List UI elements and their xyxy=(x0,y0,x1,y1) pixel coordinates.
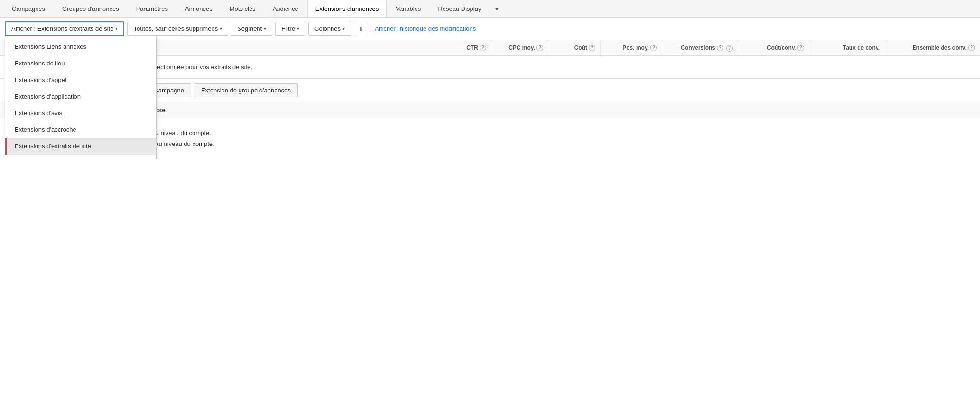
dropdown-item-3[interactable]: Extensions d'application xyxy=(5,88,156,105)
ensemble-help-icon[interactable]: ? xyxy=(968,45,975,51)
tab-groupes-annonces[interactable]: Groupes d'annonces xyxy=(54,0,127,17)
more-tabs-button[interactable]: ▾ xyxy=(490,0,504,17)
afficher-label: Afficher : Extensions d'extraits de site xyxy=(11,25,113,32)
tab-audience[interactable]: Audience xyxy=(265,0,306,17)
afficher-dropdown-container: Afficher : Extensions d'extraits de site… xyxy=(5,21,124,36)
dropdown-item-6[interactable]: Extensions d'extraits de site xyxy=(5,138,156,155)
cout-conv-help-icon[interactable]: ? xyxy=(797,45,804,51)
th-cout: Coût ? xyxy=(548,40,601,55)
afficher-dropdown-menu: Extensions Liens annexes Extensions de l… xyxy=(5,36,157,159)
download-icon: ⬇ xyxy=(358,25,364,33)
top-navigation: Campagnes Groupes d'annonces Paramètres … xyxy=(0,0,980,18)
th-cout-conv: Coût/conv. ? xyxy=(738,40,809,55)
th-ctr: CTR ? xyxy=(435,40,491,55)
filtre-chevron-icon: ▾ xyxy=(297,26,299,31)
afficher-chevron-icon: ▾ xyxy=(115,26,118,31)
conv-help-icon[interactable]: ? xyxy=(717,45,723,51)
filter-label: Toutes, sauf celles supprimées xyxy=(133,25,218,32)
download-button[interactable]: ⬇ xyxy=(354,22,368,36)
dropdown-item-5[interactable]: Extensions d'accroche xyxy=(5,121,156,138)
filter-chevron-icon: ▾ xyxy=(220,26,222,31)
th-conversions: Conversions ? ? xyxy=(662,40,738,55)
dropdown-item-1[interactable]: Extensions de lieu xyxy=(5,55,156,72)
th-ensemble: Ensemble des conv. ? xyxy=(885,40,980,55)
historique-link[interactable]: Afficher l'historique des modifications xyxy=(375,25,476,32)
pos-help-icon[interactable]: ? xyxy=(650,45,657,51)
cpc-help-icon[interactable]: ? xyxy=(536,45,543,51)
th-taux-conv: Taux de conv. xyxy=(809,40,885,55)
afficher-button[interactable]: Afficher : Extensions d'extraits de site… xyxy=(5,21,124,36)
colonnes-label: Colonnes xyxy=(314,25,341,32)
dropdown-item-0[interactable]: Extensions Liens annexes xyxy=(5,38,156,55)
dropdown-item-7[interactable]: Rapport sur les extensions automatiques xyxy=(5,155,156,159)
colonnes-button[interactable]: Colonnes ▾ xyxy=(308,22,351,36)
conv-help-icon-2[interactable]: ? xyxy=(726,45,733,52)
filtre-label: Filtre xyxy=(281,25,295,32)
cout-help-icon[interactable]: ? xyxy=(589,45,595,51)
tab-mots-cles[interactable]: Mots clés xyxy=(222,0,264,17)
tab-reseau-display[interactable]: Réseau Display xyxy=(430,0,489,17)
ctr-help-icon[interactable]: ? xyxy=(480,45,486,51)
dropdown-item-2[interactable]: Extensions d'appel xyxy=(5,72,156,88)
colonnes-chevron-icon: ▾ xyxy=(342,26,345,31)
dropdown-item-4[interactable]: Extensions d'avis xyxy=(5,105,156,121)
tab-extensions-annonces[interactable]: Extensions d'annonces xyxy=(307,0,387,17)
tab-parametres[interactable]: Paramètres xyxy=(128,0,176,17)
filter-button[interactable]: Toutes, sauf celles supprimées ▾ xyxy=(127,22,228,36)
tab-campagnes[interactable]: Campagnes xyxy=(4,0,53,17)
filtre-button[interactable]: Filtre ▾ xyxy=(275,22,305,36)
segment-label: Segment xyxy=(237,25,262,32)
th-cpc: CPC moy. ? xyxy=(491,40,548,55)
segment-chevron-icon: ▾ xyxy=(264,26,266,31)
subtab-groupe[interactable]: Extension de groupe d'annonces xyxy=(194,83,298,97)
th-pos: Pos. moy. ? xyxy=(601,40,662,55)
segment-button[interactable]: Segment ▾ xyxy=(231,22,272,36)
tab-variables[interactable]: Variables xyxy=(388,0,429,17)
tab-annonces[interactable]: Annonces xyxy=(177,0,221,17)
toolbar: Afficher : Extensions d'extraits de site… xyxy=(0,18,980,40)
